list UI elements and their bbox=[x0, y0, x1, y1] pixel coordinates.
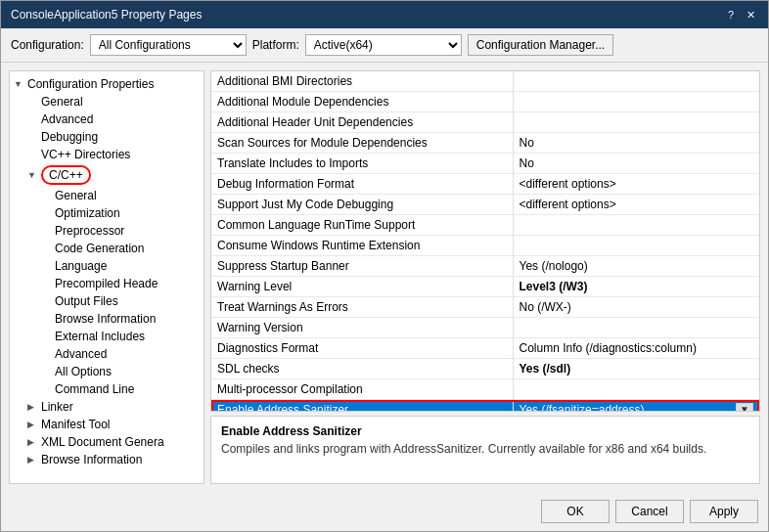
prop-value bbox=[513, 379, 759, 400]
tree-label-browse-info: Browse Information bbox=[55, 312, 156, 326]
description-text: Compiles and links program with AddressS… bbox=[221, 442, 749, 456]
tree-label-xml-doc: XML Document Genera bbox=[41, 435, 164, 449]
table-row[interactable]: Suppress Startup BannerYes (/nologo) bbox=[211, 256, 759, 277]
tree-item-config-props[interactable]: ▼Configuration Properties bbox=[10, 75, 204, 93]
value-dropdown-arrow[interactable]: ▼ bbox=[736, 403, 753, 412]
tree-item-xml-doc[interactable]: ▶XML Document Genera bbox=[10, 433, 204, 451]
properties-table: Additional BMI DirectoriesAdditional Mod… bbox=[211, 71, 759, 412]
config-manager-button[interactable]: Configuration Manager... bbox=[468, 34, 613, 56]
prop-name: Additional BMI Directories bbox=[211, 71, 513, 92]
prop-name: Enable Address Sanitizer bbox=[211, 400, 513, 413]
tree-item-cpp-advanced[interactable]: Advanced bbox=[10, 345, 204, 363]
tree-item-precompiled[interactable]: Precompiled Heade bbox=[10, 275, 204, 292]
prop-name: Treat Warnings As Errors bbox=[211, 297, 513, 318]
prop-value: Yes (/fsanitize=address)▼ bbox=[513, 400, 759, 413]
table-row[interactable]: Warning Version bbox=[211, 318, 759, 338]
tree-item-language[interactable]: Language bbox=[10, 257, 204, 275]
table-row[interactable]: Enable Address SanitizerYes (/fsanitize=… bbox=[211, 400, 759, 413]
tree-item-cpp-general[interactable]: General bbox=[10, 187, 204, 204]
prop-name: Suppress Startup Banner bbox=[211, 256, 513, 277]
table-row[interactable]: SDL checksYes (/sdl) bbox=[211, 359, 759, 379]
prop-value: Yes (/sdl) bbox=[513, 359, 759, 379]
prop-value bbox=[513, 318, 759, 338]
tree-label-code-gen: Code Generation bbox=[55, 242, 144, 255]
prop-value bbox=[513, 215, 759, 236]
right-panel: Additional BMI DirectoriesAdditional Mod… bbox=[210, 70, 760, 484]
table-row[interactable]: Debug Information Format<different optio… bbox=[211, 174, 759, 195]
tree-label-optimization: Optimization bbox=[55, 206, 120, 220]
tree-item-general[interactable]: General bbox=[10, 93, 204, 111]
platform-label: Platform: bbox=[252, 38, 299, 52]
table-row[interactable]: Additional Module Dependencies bbox=[211, 92, 759, 112]
apply-button[interactable]: Apply bbox=[690, 500, 758, 523]
tree-item-preprocessor[interactable]: Preprocessor bbox=[10, 222, 204, 240]
tree-arrow-cpp: ▼ bbox=[27, 170, 39, 180]
tree-item-all-options[interactable]: All Options bbox=[10, 363, 204, 380]
tree-item-browse-info[interactable]: Browse Information bbox=[10, 310, 204, 328]
tree-arrow-xml-doc: ▶ bbox=[27, 437, 39, 447]
help-button[interactable]: ? bbox=[723, 7, 739, 22]
configuration-select[interactable]: All Configurations bbox=[90, 34, 247, 56]
prop-name: Additional Module Dependencies bbox=[211, 92, 513, 112]
tree-label-output-files: Output Files bbox=[55, 294, 118, 308]
table-row[interactable]: Additional BMI Directories bbox=[211, 71, 759, 92]
tree-item-debugging[interactable]: Debugging bbox=[10, 128, 204, 146]
prop-value: No (/WX-) bbox=[513, 297, 759, 318]
tree-item-linker[interactable]: ▶Linker bbox=[10, 398, 204, 416]
tree-label-language: Language bbox=[55, 259, 107, 273]
table-row[interactable]: Diagnostics FormatColumn Info (/diagnost… bbox=[211, 338, 759, 359]
tree-arrow-manifest-tool: ▶ bbox=[27, 420, 39, 429]
tree-label-all-options: All Options bbox=[55, 365, 112, 378]
table-row[interactable]: Translate Includes to ImportsNo bbox=[211, 154, 759, 174]
prop-name: SDL checks bbox=[211, 359, 513, 379]
tree-item-output-files[interactable]: Output Files bbox=[10, 292, 204, 310]
table-row[interactable]: Scan Sources for Module DependenciesNo bbox=[211, 133, 759, 154]
tree-item-browse-info2[interactable]: ▶Browse Information bbox=[10, 451, 204, 468]
prop-name: Warning Level bbox=[211, 277, 513, 297]
properties-table-container: Additional BMI DirectoriesAdditional Mod… bbox=[210, 70, 760, 412]
tree-item-advanced[interactable]: Advanced bbox=[10, 111, 204, 128]
tree-label-config-props: Configuration Properties bbox=[27, 77, 154, 91]
prop-name: Diagnostics Format bbox=[211, 338, 513, 359]
tree-item-cpp[interactable]: ▼C/C++ bbox=[10, 163, 204, 187]
tree-item-command-line[interactable]: Command Line bbox=[10, 380, 204, 398]
tree-label-preprocessor: Preprocessor bbox=[55, 224, 124, 238]
button-row: OK Cancel Apply bbox=[1, 492, 768, 531]
tree-item-vc-dirs[interactable]: VC++ Directories bbox=[10, 146, 204, 163]
tree-label-cpp: C/C++ bbox=[41, 165, 91, 185]
property-pages-window: ConsoleApplication5 Property Pages ? ✕ C… bbox=[0, 0, 769, 532]
table-row[interactable]: Additional Header Unit Dependencies bbox=[211, 112, 759, 133]
cancel-button[interactable]: Cancel bbox=[615, 500, 684, 523]
platform-select[interactable]: Active(x64) bbox=[305, 34, 462, 56]
tree-label-external-includes: External Includes bbox=[55, 330, 145, 343]
tree-arrow-config-props: ▼ bbox=[14, 79, 25, 89]
prop-name: Support Just My Code Debugging bbox=[211, 195, 513, 215]
tree-item-manifest-tool[interactable]: ▶Manifest Tool bbox=[10, 416, 204, 433]
table-row[interactable]: Multi-processor Compilation bbox=[211, 379, 759, 400]
table-row[interactable]: Warning LevelLevel3 (/W3) bbox=[211, 277, 759, 297]
tree-label-cpp-advanced: Advanced bbox=[55, 347, 107, 361]
tree-label-command-line: Command Line bbox=[55, 382, 134, 396]
tree-label-precompiled: Precompiled Heade bbox=[55, 277, 158, 290]
table-row[interactable]: Support Just My Code Debugging<different… bbox=[211, 195, 759, 215]
main-content: ▼Configuration PropertiesGeneralAdvanced… bbox=[1, 63, 768, 492]
table-row[interactable]: Treat Warnings As ErrorsNo (/WX-) bbox=[211, 297, 759, 318]
prop-value bbox=[513, 112, 759, 133]
close-button[interactable]: ✕ bbox=[743, 7, 758, 22]
table-row[interactable]: Common Language RunTime Support bbox=[211, 215, 759, 236]
prop-value: Column Info (/diagnostics:column) bbox=[513, 338, 759, 359]
prop-name: Translate Includes to Imports bbox=[211, 154, 513, 174]
table-row[interactable]: Consume Windows Runtime Extension bbox=[211, 236, 759, 256]
tree-item-code-gen[interactable]: Code Generation bbox=[10, 240, 204, 257]
tree-item-external-includes[interactable]: External Includes bbox=[10, 328, 204, 345]
prop-name: Common Language RunTime Support bbox=[211, 215, 513, 236]
prop-name: Scan Sources for Module Dependencies bbox=[211, 133, 513, 154]
prop-value: <different options> bbox=[513, 174, 759, 195]
tree-item-optimization[interactable]: Optimization bbox=[10, 204, 204, 222]
title-bar-controls: ? ✕ bbox=[723, 7, 758, 22]
prop-name: Consume Windows Runtime Extension bbox=[211, 236, 513, 256]
tree-label-advanced: Advanced bbox=[41, 112, 93, 126]
prop-name: Multi-processor Compilation bbox=[211, 379, 513, 400]
ok-button[interactable]: OK bbox=[541, 500, 610, 523]
prop-value: Yes (/nologo) bbox=[513, 256, 759, 277]
